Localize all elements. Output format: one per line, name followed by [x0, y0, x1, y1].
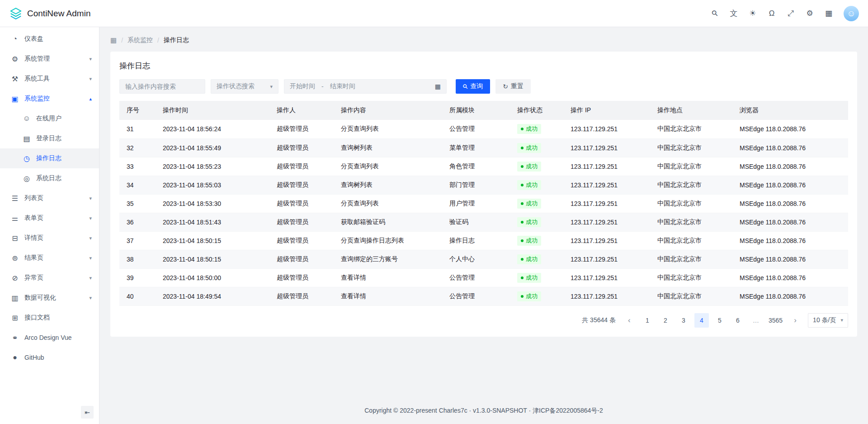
page-size-select[interactable]: 10 条/页▾ [808, 313, 848, 328]
table-row: 352023-11-04 18:53:30超级管理员分页查询列表用户管理成功12… [119, 194, 848, 213]
sidebar-item-label: 系统管理 [24, 55, 84, 63]
date-range-picker[interactable]: 开始时间 - 结束时间 ▦ [284, 79, 447, 94]
sidebar-item-arco-design-vue[interactable]: ⚭Arco Design Vue [0, 328, 99, 348]
cell-content: 查询绑定的三方账号 [334, 250, 442, 268]
calendar-icon: ▦ [435, 83, 441, 90]
sidebar-item-form-page[interactable]: ⚌表单页▾ [0, 208, 99, 228]
fullscreen-button[interactable]: ⤢ [783, 6, 798, 21]
status-badge: 成功 [517, 143, 541, 153]
cell-location: 中国北京北京市 [650, 176, 732, 194]
cell-status: 成功 [510, 268, 563, 287]
cell-browser: MSEdge 118.0.2088.76 [732, 231, 848, 250]
app-logo-icon [9, 7, 23, 20]
form-icon: ⚌ [11, 214, 19, 223]
pagination-page-4[interactable]: 4 [694, 313, 709, 328]
logo-area[interactable]: ContiNew Admin [9, 7, 90, 20]
sidebar-item-exception-page[interactable]: ⊘异常页▾ [0, 268, 99, 288]
search-icon: ⚲ [710, 9, 720, 18]
sidebar-item-login-log[interactable]: ▤登录日志 [0, 129, 99, 148]
cell-status: 成功 [510, 231, 563, 250]
cell-module: 用户管理 [442, 194, 510, 213]
pagination-page-6[interactable]: 6 [731, 313, 745, 328]
breadcrumb-item[interactable]: 系统监控 [127, 36, 153, 44]
fullscreen-icon: ⤢ [788, 10, 794, 17]
sidebar-item-system-monitor[interactable]: ▣系统监控▴ [0, 89, 99, 109]
user-avatar[interactable]: ☺ [844, 6, 859, 21]
notification-icon: Ω [769, 10, 775, 17]
settings-button[interactable]: ⚙ [802, 6, 817, 21]
sidebar-item-label: 列表页 [24, 194, 84, 202]
cell-operator: 超级管理员 [269, 157, 334, 176]
cell-index: 37 [119, 231, 156, 250]
footer-text: Copyright © 2022-present Charles7c · v1.… [99, 396, 868, 424]
search-icon: ⚲ [462, 82, 469, 90]
cell-operator: 超级管理员 [269, 138, 334, 157]
apps-icon[interactable]: ▦ [110, 36, 117, 44]
pagination-page-3565[interactable]: 3565 [767, 313, 784, 328]
sidebar-item-data-visualization[interactable]: ▥数据可视化▾ [0, 288, 99, 308]
sidebar-item-dashboard[interactable]: ◔仪表盘 [0, 29, 99, 49]
theme-toggle-button[interactable]: ☀ [745, 6, 760, 21]
cell-browser: MSEdge 118.0.2088.76 [732, 250, 848, 268]
sidebar-item-system-log[interactable]: ◎系统日志 [0, 168, 99, 188]
sidebar-item-online-user[interactable]: ☺在线用户 [0, 109, 99, 129]
operation-log-icon: ◷ [23, 154, 31, 163]
column-header: 所属模块 [442, 101, 510, 120]
cell-browser: MSEdge 118.0.2088.76 [732, 120, 848, 138]
cell-ip: 123.117.129.251 [563, 194, 650, 213]
pagination-page-3[interactable]: 3 [676, 313, 691, 328]
layout-button[interactable]: ▦ [821, 6, 836, 21]
cell-index: 33 [119, 157, 156, 176]
cell-location: 中国北京北京市 [650, 138, 732, 157]
operation-content-search-input[interactable] [119, 79, 205, 94]
cell-operator: 超级管理员 [269, 120, 334, 138]
tool-icon: ⚒ [11, 75, 19, 83]
cell-ip: 123.117.129.251 [563, 120, 650, 138]
status-badge: 成功 [517, 217, 541, 227]
cell-browser: MSEdge 118.0.2088.76 [732, 138, 848, 157]
main-content: ▦/系统监控/操作日志 操作日志 操作状态搜索 ▾ 开始时间 - 结束时间 ▦ … [99, 27, 868, 424]
cell-location: 中国北京北京市 [650, 194, 732, 213]
translate-icon: 文 [730, 10, 738, 17]
cell-operator: 超级管理员 [269, 194, 334, 213]
sidebar-item-detail-page[interactable]: ⊟详情页▾ [0, 228, 99, 248]
sidebar-item-api-doc[interactable]: ⊞接口文档 [0, 308, 99, 328]
cell-status: 成功 [510, 194, 563, 213]
search-button[interactable]: ⚲ [707, 6, 722, 21]
pagination-prev-button[interactable]: ‹ [622, 313, 637, 328]
cell-module: 角色管理 [442, 157, 510, 176]
collapse-sidebar-button[interactable]: ⇤ [81, 406, 94, 419]
table-row: 402023-11-04 18:49:54超级管理员查看详情公告管理成功123.… [119, 287, 848, 305]
operation-status-select[interactable]: 操作状态搜索 ▾ [211, 79, 278, 94]
translate-button[interactable]: 文 [726, 6, 741, 21]
login-log-icon: ▤ [23, 134, 31, 143]
pagination-next-button[interactable]: › [788, 313, 802, 328]
cell-status: 成功 [510, 120, 563, 138]
pagination-page-5[interactable]: 5 [712, 313, 727, 328]
header-actions: ⚲文☀Ω⤢⚙▦ [707, 6, 836, 21]
sidebar-item-result-page[interactable]: ⊚结果页▾ [0, 248, 99, 268]
pagination-page-2[interactable]: 2 [658, 313, 673, 328]
table-header-row: 序号操作时间操作人操作内容所属模块操作状态操作 IP操作地点浏览器 [119, 101, 848, 120]
pagination-page-1[interactable]: 1 [640, 313, 655, 328]
sidebar-item-list-page[interactable]: ☰列表页▾ [0, 188, 99, 208]
column-header: 浏览器 [732, 101, 848, 120]
query-button[interactable]: ⚲ 查询 [456, 79, 490, 94]
sidebar-item-operation-log[interactable]: ◷操作日志 [0, 148, 99, 168]
cell-time: 2023-11-04 18:55:49 [156, 138, 269, 157]
reset-button[interactable]: ↻ 重置 [495, 79, 531, 94]
sidebar-item-system-management[interactable]: ⚙系统管理▾ [0, 49, 99, 69]
cell-index: 32 [119, 138, 156, 157]
column-header: 操作内容 [334, 101, 442, 120]
sidebar-item-github[interactable]: ●GitHub [0, 348, 99, 367]
cell-time: 2023-11-04 18:51:43 [156, 213, 269, 231]
breadcrumb-item: 操作日志 [164, 36, 189, 44]
sidebar-item-system-tools[interactable]: ⚒系统工具▾ [0, 69, 99, 89]
breadcrumb-separator: / [121, 37, 123, 44]
theme-light-icon: ☀ [749, 10, 756, 17]
api-doc-icon: ⊞ [11, 314, 19, 322]
notification-button[interactable]: Ω [764, 6, 779, 21]
operation-log-card: 操作日志 操作状态搜索 ▾ 开始时间 - 结束时间 ▦ ⚲ 查询 [110, 52, 857, 337]
cell-index: 40 [119, 287, 156, 305]
filter-bar: 操作状态搜索 ▾ 开始时间 - 结束时间 ▦ ⚲ 查询 ↻ 重置 [119, 79, 848, 94]
